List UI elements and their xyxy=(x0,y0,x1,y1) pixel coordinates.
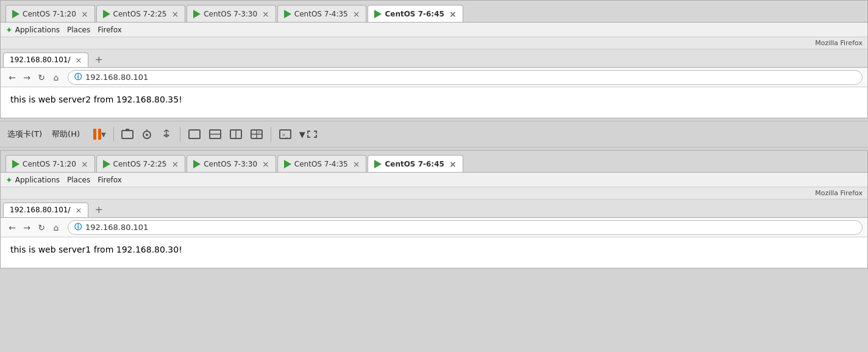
quad-view-button[interactable] xyxy=(247,128,266,141)
vm-tab-3[interactable]: CentOS 7-3:30 × xyxy=(187,5,276,22)
top-browser-tab-close[interactable]: × xyxy=(75,56,82,65)
pause-bar-left xyxy=(93,129,96,140)
snapshot-button[interactable] xyxy=(138,128,155,141)
top-vm-window: CentOS 7-1:20 × CentOS 7-2:25 × CentOS 7… xyxy=(0,0,868,118)
bottom-vm-tab-2[interactable]: CentOS 7-2:25 × xyxy=(96,155,186,172)
bottom-vm-tab-3[interactable]: CentOS 7-3:30 × xyxy=(187,155,276,172)
top-info-icon: ⓘ xyxy=(74,72,82,82)
bottom-vm-tab-5[interactable]: CentOS 7-6:45 × xyxy=(368,155,463,172)
pause-dropdown-icon[interactable]: ▼ xyxy=(101,131,106,138)
bottom-vm-tab-1-close[interactable]: × xyxy=(76,159,88,169)
bottom-gnome-places-menu[interactable]: Places xyxy=(67,176,90,184)
play-icon-5 xyxy=(374,10,382,18)
vm-tab-3-close[interactable]: × xyxy=(257,9,269,19)
bottom-vm-tab-1-label: CentOS 7-1:20 xyxy=(23,160,76,168)
bottom-web-content: this is web server1 from 192.168.80.30! xyxy=(1,237,867,268)
vm-tab-4-label: CentOS 7-4:35 xyxy=(294,10,348,18)
bottom-gnome-menubar: ✦ Applications Places Firefox xyxy=(1,173,867,187)
svg-point-5 xyxy=(167,135,169,137)
bottom-vm-tab-4-label: CentOS 7-4:35 xyxy=(294,160,348,168)
top-reload-icon: ↻ xyxy=(38,73,45,82)
bottom-vm-tab-3-label: CentOS 7-3:30 xyxy=(204,160,257,168)
top-browser-tab[interactable]: 192.168.80.101/ × xyxy=(3,52,88,67)
usb-button[interactable] xyxy=(158,128,175,141)
single-view-button[interactable] xyxy=(185,128,204,141)
quad-view-icon xyxy=(250,129,263,140)
bottom-gnome-firefox-menu[interactable]: Firefox xyxy=(98,176,122,184)
vm-tab-2-close[interactable]: × xyxy=(166,9,179,19)
screenshot-button[interactable] xyxy=(119,128,136,141)
pause-icon xyxy=(93,129,101,140)
bottom-vm-tab-2-close[interactable]: × xyxy=(166,159,179,169)
vm-tab-4-close[interactable]: × xyxy=(348,9,360,19)
help-menu[interactable]: 帮助(H) xyxy=(52,129,80,140)
svg-point-3 xyxy=(146,134,148,136)
bottom-home-button[interactable]: ⌂ xyxy=(49,221,63,234)
pause-button[interactable]: ▼ xyxy=(91,128,108,141)
bottom-home-icon: ⌂ xyxy=(54,223,59,232)
bottom-vm-tab-5-close[interactable]: × xyxy=(444,159,457,169)
bottom-browser-tab-close[interactable]: × xyxy=(75,206,82,215)
top-gnome-menubar: ✦ Applications Places Firefox xyxy=(1,23,867,37)
play-icon-2 xyxy=(103,10,110,18)
fullscreen-button[interactable]: ▼ xyxy=(297,128,321,141)
bottom-browser-new-tab[interactable]: + xyxy=(91,204,106,215)
vm-tab-3-label: CentOS 7-3:30 xyxy=(204,10,257,18)
vm-tab-5-close[interactable]: × xyxy=(444,9,457,19)
bottom-forward-icon: → xyxy=(23,223,30,232)
bottom-vm-tab-4-close[interactable]: × xyxy=(348,159,360,169)
bottom-url-value: 192.168.80.101 xyxy=(85,223,148,232)
gnome-firefox-menu[interactable]: Firefox xyxy=(98,26,122,34)
bottom-vm-tab-3-close[interactable]: × xyxy=(257,159,269,169)
top-browser-tab-label: 192.168.80.101/ xyxy=(10,56,70,64)
bottom-back-icon: ← xyxy=(9,223,16,232)
bottom-forward-button[interactable]: → xyxy=(20,221,34,234)
bottom-browser-tab[interactable]: 192.168.80.101/ × xyxy=(3,203,88,217)
bottom-gnome-applet-icon: ✦ xyxy=(5,175,13,185)
top-firefox-title: Mozilla Firefox xyxy=(815,39,863,47)
bottom-play-icon-5 xyxy=(374,160,382,168)
gnome-places-menu[interactable]: Places xyxy=(67,26,90,34)
top-tab-bar: CentOS 7-1:20 × CentOS 7-2:25 × CentOS 7… xyxy=(1,1,867,23)
toolbar-sep-3 xyxy=(271,127,271,142)
bottom-vm-tab-4[interactable]: CentOS 7-4:35 × xyxy=(277,155,367,172)
vm-tab-1[interactable]: CentOS 7-1:20 × xyxy=(5,5,95,22)
split-vert-button[interactable] xyxy=(227,128,245,141)
bottom-reload-icon: ↻ xyxy=(38,223,45,232)
bottom-play-icon-4 xyxy=(284,160,291,168)
split-horiz-button[interactable] xyxy=(206,128,224,141)
play-icon-3 xyxy=(193,10,201,18)
top-url-bar[interactable]: ⓘ 192.168.80.101 xyxy=(68,70,863,85)
middle-toolbar: 选项卡(T) 帮助(H) ▼ xyxy=(0,121,868,148)
top-browser-new-tab[interactable]: + xyxy=(91,54,106,65)
console-button[interactable]: >_ xyxy=(276,128,294,141)
bottom-address-bar: ← → ↻ ⌂ ⓘ 192.168.80.101 xyxy=(1,218,867,237)
vm-tab-5-label: CentOS 7-6:45 xyxy=(385,10,444,18)
bottom-vm-tab-1[interactable]: CentOS 7-1:20 × xyxy=(5,155,95,172)
gnome-applications-menu[interactable]: Applications xyxy=(15,26,60,34)
top-home-button[interactable]: ⌂ xyxy=(49,71,63,84)
top-back-button[interactable]: ← xyxy=(5,71,19,84)
bottom-firefox-title: Mozilla Firefox xyxy=(815,189,863,197)
top-web-text: this is web server2 from 192.168.80.35! xyxy=(10,95,182,104)
top-reload-button[interactable]: ↻ xyxy=(35,71,48,84)
top-web-content: this is web server2 from 192.168.80.35! xyxy=(1,87,867,118)
play-icon-1 xyxy=(12,10,20,18)
svg-rect-0 xyxy=(122,131,133,138)
svg-text:>_: >_ xyxy=(282,132,288,138)
fullscreen-icon xyxy=(305,129,319,140)
bottom-gnome-applications-menu[interactable]: Applications xyxy=(15,176,60,184)
bottom-url-bar[interactable]: ⓘ 192.168.80.101 xyxy=(68,220,863,235)
vm-tab-5[interactable]: CentOS 7-6:45 × xyxy=(368,5,463,22)
bottom-play-icon-1 xyxy=(12,160,20,168)
bottom-browser-tab-bar: 192.168.80.101/ × + xyxy=(1,199,867,218)
tab-menu[interactable]: 选项卡(T) xyxy=(7,129,42,140)
vm-tab-4[interactable]: CentOS 7-4:35 × xyxy=(277,5,367,22)
bottom-back-button[interactable]: ← xyxy=(5,221,19,234)
top-url-value: 192.168.80.101 xyxy=(85,73,148,82)
vm-tab-1-close[interactable]: × xyxy=(76,9,88,19)
top-forward-button[interactable]: → xyxy=(20,71,34,84)
console-icon: >_ xyxy=(279,129,292,140)
bottom-reload-button[interactable]: ↻ xyxy=(35,221,48,234)
vm-tab-2[interactable]: CentOS 7-2:25 × xyxy=(96,5,186,22)
